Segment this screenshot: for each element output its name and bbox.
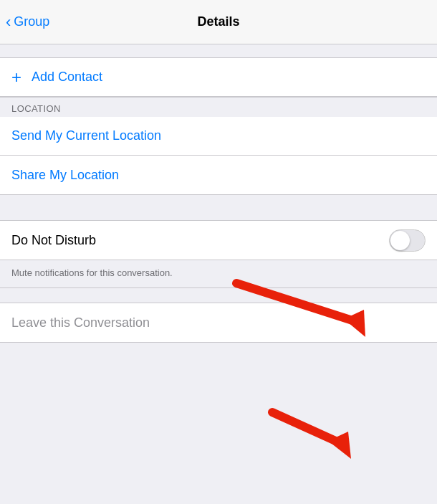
dnd-section: Do Not Disturb	[0, 220, 437, 260]
mute-note: Mute notifications for this conversation…	[0, 260, 437, 288]
arrow-2	[272, 412, 351, 459]
back-button[interactable]: ‹ Group	[6, 14, 49, 30]
chevron-left-icon: ‹	[6, 14, 11, 30]
location-section-header: LOCATION	[0, 97, 437, 117]
page-title: Details	[197, 14, 239, 29]
mute-note-text: Mute notifications for this conversation…	[11, 267, 173, 278]
dnd-label: Do Not Disturb	[11, 233, 96, 248]
share-location-label: Share My Location	[11, 168, 119, 183]
plus-icon: +	[11, 69, 21, 86]
leave-row[interactable]: Leave this Conversation	[0, 303, 437, 342]
leave-section: Leave this Conversation	[0, 303, 437, 343]
add-contact-label: Add Contact	[32, 70, 102, 85]
toggle-knob	[390, 231, 410, 250]
send-location-row[interactable]: Send My Current Location	[0, 117, 437, 156]
dnd-toggle[interactable]	[389, 229, 426, 252]
gap-2	[0, 288, 437, 303]
header: ‹ Group Details	[0, 0, 437, 44]
location-section: Send My Current Location Share My Locati…	[0, 117, 437, 195]
gap-1	[0, 195, 437, 220]
send-location-label: Send My Current Location	[11, 128, 161, 143]
back-label: Group	[14, 14, 49, 29]
add-contact-row[interactable]: + Add Contact	[0, 57, 437, 97]
svg-line-2	[272, 412, 340, 443]
dnd-row: Do Not Disturb	[0, 221, 437, 260]
svg-marker-3	[328, 432, 351, 459]
share-location-row[interactable]: Share My Location	[0, 156, 437, 194]
leave-label: Leave this Conversation	[11, 315, 150, 331]
